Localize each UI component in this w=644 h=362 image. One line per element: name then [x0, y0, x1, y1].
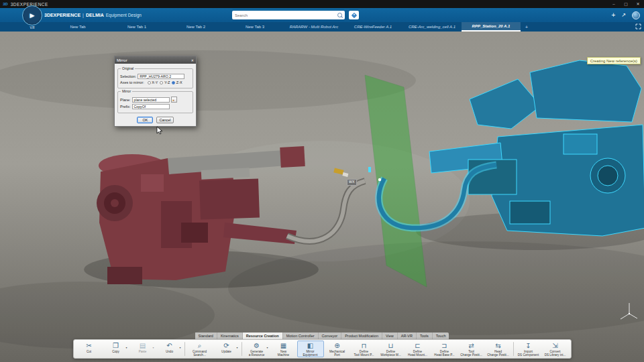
- document-tab[interactable]: +: [521, 22, 533, 32]
- ribbon-tab[interactable]: AR-VR: [398, 333, 417, 339]
- dialog-title: Mirror: [117, 58, 127, 62]
- tool-label: Generate a Resource: [249, 350, 265, 357]
- axes-label: Axes to mirror:: [120, 80, 144, 84]
- user-avatar[interactable]: [632, 11, 640, 19]
- toolbar-button[interactable]: ◧ ▾ Mirror Equipment: [297, 341, 324, 357]
- document-tab-label: CRE-WireFeeder A.1: [354, 25, 392, 29]
- ribbon-tab[interactable]: Kinematics: [217, 333, 243, 339]
- toolbar-button[interactable]: ⇄ ▾ Tool Change Positi...: [458, 341, 485, 357]
- mirror-group: Mirror Plane: plane selected ▸ Prefix: C…: [117, 91, 193, 113]
- toolbar-button[interactable]: ⚙ ▾ Generate a Resource: [244, 341, 270, 357]
- document-tab[interactable]: New Tab 1: [107, 22, 166, 32]
- axis-radio[interactable]: Z-X: [172, 80, 182, 84]
- ribbon-tab-label: Product Modification: [345, 334, 378, 338]
- ribbon-tab[interactable]: Conveyor: [319, 333, 342, 339]
- toolbar-button[interactable]: ▾: [184, 342, 185, 356]
- radio-icon[interactable]: [172, 81, 175, 84]
- tag-button[interactable]: [349, 11, 359, 19]
- dropdown-caret-icon[interactable]: ▾: [266, 346, 268, 349]
- document-tab-label: New Tab: [70, 25, 85, 29]
- compass-widget[interactable]: ▶ V.R: [22, 5, 42, 25]
- toolbar-button[interactable]: ⌕ ▾ Command Search...: [186, 341, 213, 357]
- document-tab[interactable]: CRE-Arc_welding_cell A.1: [402, 22, 462, 32]
- toolbar-button[interactable]: ▾: [513, 342, 514, 356]
- document-tab[interactable]: RPP_Station_20 A.1: [462, 22, 521, 32]
- toolbar-button[interactable]: ▦ ▾ New Machine: [270, 341, 297, 357]
- compass-ring[interactable]: ▶: [22, 5, 42, 25]
- prefix-field[interactable]: CopyOf: [132, 104, 170, 109]
- axis-radio[interactable]: X-Y: [148, 80, 158, 84]
- plane-label: Plane:: [120, 98, 131, 102]
- document-tab[interactable]: CRE-WireFeeder A.1: [343, 22, 402, 32]
- ribbon-tab[interactable]: Standard: [195, 333, 217, 339]
- tool-icon: ⇆: [495, 342, 500, 350]
- toolbar-button[interactable]: ⊕ ▾ Mechanical Port: [324, 341, 351, 357]
- tool-icon: ⊏: [415, 342, 420, 350]
- close-button[interactable]: ✕: [632, 0, 644, 8]
- radio-icon[interactable]: [148, 81, 151, 84]
- toolbar-button[interactable]: ⊐ ▾ Define Head Base P...: [431, 341, 458, 357]
- original-group: Original Selection: RPP_HU279-ARO.2 Axes…: [117, 68, 193, 88]
- ribbon-tab[interactable]: Resource Creation: [243, 333, 283, 339]
- toolbar-button[interactable]: ↶ ▾ Undo: [156, 341, 183, 357]
- toolbar-button[interactable]: ⊏ ▾ Define Head Mount...: [405, 341, 431, 357]
- dialog-titlebar[interactable]: Mirror ✕: [115, 56, 196, 64]
- toolbar-button[interactable]: ↧ ▾ Import DS Component: [515, 341, 542, 357]
- share-icon[interactable]: ↗: [621, 12, 626, 18]
- toolbar-button[interactable]: ▤ ▾ Paste: [129, 341, 156, 357]
- toolbar-button[interactable]: ⇲ ▾ Convert DS Library int...: [542, 341, 569, 357]
- ribbon-tab-label: AR-VR: [401, 334, 413, 338]
- document-tab[interactable]: RARARW - Multi Robot Arc: [284, 22, 343, 32]
- dropdown-caret-icon[interactable]: ▾: [125, 346, 127, 349]
- dropdown-caret-icon[interactable]: ▾: [152, 346, 154, 349]
- dropdown-caret-icon[interactable]: ▾: [236, 346, 237, 349]
- axis-radio[interactable]: Y-Z: [160, 80, 170, 84]
- toolbar-button[interactable]: ▾: [241, 342, 242, 356]
- minimize-button[interactable]: –: [608, 0, 620, 8]
- frame-label[interactable]: W/X: [347, 179, 357, 186]
- ribbon-tab[interactable]: View: [382, 333, 398, 339]
- selection-field[interactable]: RPP_HU279-ARO.2: [138, 74, 184, 79]
- document-tab[interactable]: New Tab 2: [166, 22, 225, 32]
- toolbar-button[interactable]: ❐ ▾ Copy: [103, 341, 129, 357]
- tool-icon: ⌕: [198, 342, 202, 350]
- toolbar-button[interactable]: ✂ ▾ Cut: [76, 341, 103, 357]
- cancel-button[interactable]: Cancel: [156, 117, 173, 123]
- tool-icon: ⊐: [441, 342, 447, 350]
- search-icon[interactable]: [337, 13, 342, 17]
- toolbar-button[interactable]: ⇆ ▾ Head Change Positi...: [485, 341, 512, 357]
- radio-icon[interactable]: [160, 81, 163, 84]
- plane-field[interactable]: plane selected: [132, 97, 170, 103]
- viewport-3d[interactable]: W/X Creating New reference(s): [0, 32, 644, 362]
- ribbon-tab[interactable]: Tools: [417, 333, 433, 339]
- tool-label: Convert DS Library int...: [545, 350, 566, 357]
- tool-label: Command Search...: [193, 350, 207, 357]
- dropdown-caret-icon[interactable]: ▾: [179, 346, 180, 349]
- axes-radio-group: X-Y Y-Z Z-X: [146, 80, 182, 84]
- compass-play-icon[interactable]: ▶: [30, 13, 35, 19]
- ok-button[interactable]: OK: [137, 117, 153, 123]
- add-content-icon[interactable]: +: [611, 11, 615, 19]
- tool-icon: ↶: [166, 342, 172, 350]
- tool-label: Define Head Base P...: [434, 350, 454, 357]
- tool-label: Tool Change Positi...: [460, 350, 482, 357]
- expand-viewport-icon[interactable]: [635, 23, 641, 29]
- tool-icon: ▤: [140, 342, 146, 350]
- dialog-close-icon[interactable]: ✕: [191, 58, 194, 62]
- toolbar-button[interactable]: ⊓ ▾ Define Tool Mount P...: [351, 341, 378, 357]
- maximize-button[interactable]: ▢: [620, 0, 632, 8]
- tool-label: Mechanical Port: [329, 350, 345, 357]
- brand-block: 3DEXPERIENCE | DELMIA Equipment Design: [44, 8, 142, 22]
- search-input[interactable]: [235, 13, 337, 17]
- document-tab[interactable]: New Tab 3: [225, 22, 284, 32]
- tool-icon: ↧: [525, 342, 531, 350]
- ribbon-tab[interactable]: Touch: [433, 333, 449, 339]
- search-box[interactable]: [232, 11, 345, 19]
- plane-picker-button[interactable]: ▸: [171, 97, 177, 103]
- ribbon-tab[interactable]: Motion Controller: [283, 333, 319, 339]
- document-tab[interactable]: New Tab: [48, 22, 107, 32]
- toolbar-button[interactable]: ⟳ ▾ Update: [213, 341, 240, 357]
- document-tabbar: New Tab New Tab 1 New Tab 2 New Tab 3 RA…: [0, 22, 644, 32]
- toolbar-button[interactable]: ⊔ ▾ Define Workpiece M...: [378, 341, 405, 357]
- ribbon-tab[interactable]: Product Modification: [341, 333, 382, 339]
